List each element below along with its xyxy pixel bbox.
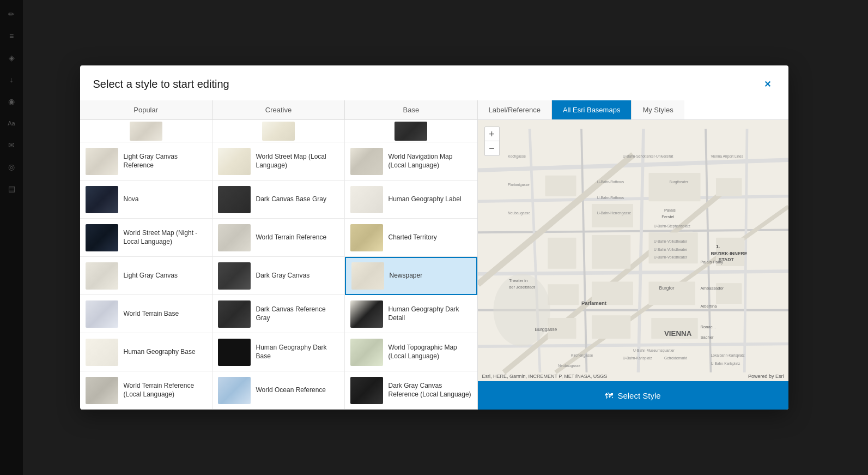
- zoom-out-button[interactable]: −: [485, 141, 499, 155]
- tab-base[interactable]: Base: [345, 100, 477, 119]
- zoom-in-button[interactable]: +: [485, 127, 499, 141]
- right-tabs: Label/Reference All Esri Basemaps My Sty…: [478, 100, 788, 120]
- style-name-newspaper: Newspaper: [390, 272, 423, 280]
- style-thumb-world-street-night: [86, 224, 118, 251]
- style-thumb-human-geo-label: [350, 186, 383, 213]
- svg-text:U-Bahn-Volkstheater: U-Bahn-Volkstheater: [654, 248, 688, 251]
- style-cell-world-topo[interactable]: World Topographic Map (Local Language): [345, 333, 477, 371]
- style-name-world-terrain-base: World Terrain Base: [124, 310, 179, 318]
- style-cell-dark-gray-canvas[interactable]: Dark Gray Canvas: [213, 257, 345, 295]
- style-cell-dark-gray-canvas-ref[interactable]: Dark Canvas Reference Gray: [213, 295, 345, 333]
- svg-text:1.: 1.: [716, 244, 720, 249]
- top-thumb-1[interactable]: [80, 120, 213, 142]
- style-cell-world-terrain-ref[interactable]: World Terrain Reference: [213, 219, 345, 257]
- style-thumb-human-geo-dark-detail: [350, 300, 383, 328]
- svg-text:U-Bahn-Rathaus: U-Bahn-Rathaus: [597, 180, 624, 184]
- style-cell-newspaper[interactable]: Newspaper: [345, 257, 477, 295]
- style-thumb-world-street-map: [218, 148, 251, 175]
- style-thumb-newspaper: [351, 262, 384, 290]
- svg-text:Burgtheater: Burgtheater: [669, 180, 688, 184]
- style-thumb-dark-gray-canvas-ref-local: [350, 377, 383, 404]
- svg-text:Ronac...: Ronac...: [700, 324, 715, 329]
- style-thumb-world-terrain-base: [86, 300, 118, 328]
- style-cell-world-terrain-ref-local[interactable]: World Terrain Reference (Local Language): [80, 371, 213, 410]
- tab-creative[interactable]: Creative: [213, 100, 345, 119]
- top-thumb-2[interactable]: [213, 120, 345, 142]
- dialog-body: Popular Creative Base: [80, 100, 788, 410]
- style-name-dark-gray-canvas-ref: Dark Canvas Reference Gray: [256, 305, 339, 322]
- tab-popular[interactable]: Popular: [80, 100, 213, 119]
- style-name-world-terrain-ref-local: World Terrain Reference (Local Language): [124, 382, 207, 399]
- style-name-world-street-night: World Street Map (Night - Local Language…: [124, 229, 207, 246]
- svg-text:Vienna Airport Lines: Vienna Airport Lines: [711, 154, 743, 159]
- svg-text:Albertina: Albertina: [700, 304, 717, 309]
- svg-text:Sacher: Sacher: [700, 335, 714, 340]
- style-cell-human-geo-dark-base[interactable]: Human Geography Dark Base: [213, 333, 345, 371]
- style-cell-world-terrain-base[interactable]: World Terrain Base: [80, 295, 213, 333]
- svg-rect-24: [548, 284, 579, 305]
- svg-rect-21: [592, 235, 630, 269]
- style-cell-dark-gray-canvas-ref-local[interactable]: Dark Gray Canvas Reference (Local Langua…: [345, 371, 477, 410]
- svg-rect-17: [592, 204, 633, 227]
- style-cell-world-ocean-ref[interactable]: World Ocean Reference: [213, 371, 345, 410]
- svg-text:Kirchengasse: Kirchengasse: [571, 353, 593, 358]
- style-name-world-nav-map: World Navigation Map (Local Language): [389, 153, 472, 170]
- style-thumb-world-ocean-ref: [218, 377, 251, 404]
- style-name-world-street-map: World Street Map (Local Language): [256, 153, 339, 170]
- svg-text:Neubaugasse: Neubaugasse: [508, 211, 530, 215]
- vienna-map-svg: Kochgasse Florianigasse Neubaugasse U-Ba…: [478, 120, 788, 381]
- svg-rect-19: [716, 178, 742, 196]
- style-cell-nova[interactable]: Nova: [80, 181, 213, 219]
- svg-text:Kochgasse: Kochgasse: [508, 154, 526, 159]
- top-thumbnail-row: [80, 120, 477, 142]
- map-preview-area: Label/Reference All Esri Basemaps My Sty…: [478, 100, 788, 410]
- select-style-icon: 🗺: [605, 391, 613, 400]
- svg-text:U-Bahn-Schottenter-Universität: U-Bahn-Schottenter-Universität: [623, 154, 673, 158]
- style-thumb-nova: [86, 186, 118, 213]
- svg-text:U-Bahn-Rathaus: U-Bahn-Rathaus: [597, 196, 624, 200]
- style-cell-charted-territory[interactable]: Charted Territory: [345, 219, 477, 257]
- svg-text:Ambassador: Ambassador: [700, 286, 724, 291]
- svg-text:Parlament: Parlament: [581, 300, 607, 306]
- map-attribution: Esri, HERE, Garmin, INCREMENT P, METI/NA…: [482, 374, 608, 379]
- svg-text:U-Bahn-Karlsplatz: U-Bahn-Karlsplatz: [623, 356, 653, 360]
- style-cell-light-gray-canvas-ref[interactable]: Light Gray Canvas Reference: [80, 142, 213, 181]
- style-thumb-world-terrain-ref-local: [86, 377, 118, 404]
- select-style-dialog: Select a style to start editing ✕ Popula…: [80, 65, 788, 410]
- style-cell-world-street-map[interactable]: World Street Map (Local Language): [213, 142, 345, 181]
- tab-my-styles[interactable]: My Styles: [632, 100, 684, 119]
- close-button[interactable]: ✕: [760, 76, 775, 92]
- dialog-title: Select a style to start editing: [93, 78, 229, 91]
- map-zoom-controls: + −: [484, 127, 500, 156]
- svg-text:U-Bahn-Volkstheater: U-Bahn-Volkstheater: [654, 239, 688, 243]
- svg-text:U-Bahn-Stephansplatz: U-Bahn-Stephansplatz: [654, 224, 690, 229]
- style-name-dark-gray-canvas: Dark Gray Canvas: [256, 272, 310, 280]
- style-name-world-terrain-ref: World Terrain Reference: [256, 233, 327, 242]
- style-name-human-geo-dark-detail: Human Geography Dark Detail: [389, 305, 472, 322]
- tab-label-reference[interactable]: Label/Reference: [478, 100, 552, 119]
- style-cell-human-geo-base[interactable]: Human Geography Base: [80, 333, 213, 371]
- svg-text:Florianigasse: Florianigasse: [508, 183, 530, 187]
- style-cell-human-geo-dark-detail[interactable]: Human Geography Dark Detail: [345, 295, 477, 333]
- style-cell-world-street-night[interactable]: World Street Map (Night - Local Language…: [80, 219, 213, 257]
- svg-text:Burgtor: Burgtor: [659, 285, 674, 291]
- style-name-human-geo-dark-base: Human Geography Dark Base: [256, 344, 339, 360]
- top-thumb-img-3: [394, 122, 427, 141]
- svg-text:Palais: Palais: [664, 208, 676, 213]
- style-cell-dark-canvas-base-gray[interactable]: Dark Canvas Base Gray: [213, 181, 345, 219]
- svg-text:Ferstel: Ferstel: [661, 214, 675, 219]
- style-list-area: Popular Creative Base: [80, 100, 478, 410]
- top-thumb-3[interactable]: [345, 120, 477, 142]
- svg-line-5: [478, 272, 788, 274]
- style-cell-light-gray-canvas[interactable]: Light Gray Canvas: [80, 257, 213, 295]
- style-cell-human-geo-label[interactable]: Human Geography Label: [345, 181, 477, 219]
- svg-text:Burggasse: Burggasse: [535, 327, 557, 332]
- style-name-dark-canvas-base-gray: Dark Canvas Base Gray: [256, 195, 326, 204]
- map-attribution-powered-by: Powered by Esri: [748, 374, 784, 379]
- dialog-overlay: Select a style to start editing ✕ Popula…: [0, 0, 868, 475]
- tab-all-esri-basemaps[interactable]: All Esri Basemaps: [552, 100, 632, 119]
- select-style-button[interactable]: 🗺 Select Style: [478, 381, 788, 410]
- style-cell-world-nav-map[interactable]: World Navigation Map (Local Language): [345, 142, 477, 181]
- style-name-human-geo-base: Human Geography Base: [124, 348, 196, 357]
- top-thumb-img-1: [130, 122, 162, 141]
